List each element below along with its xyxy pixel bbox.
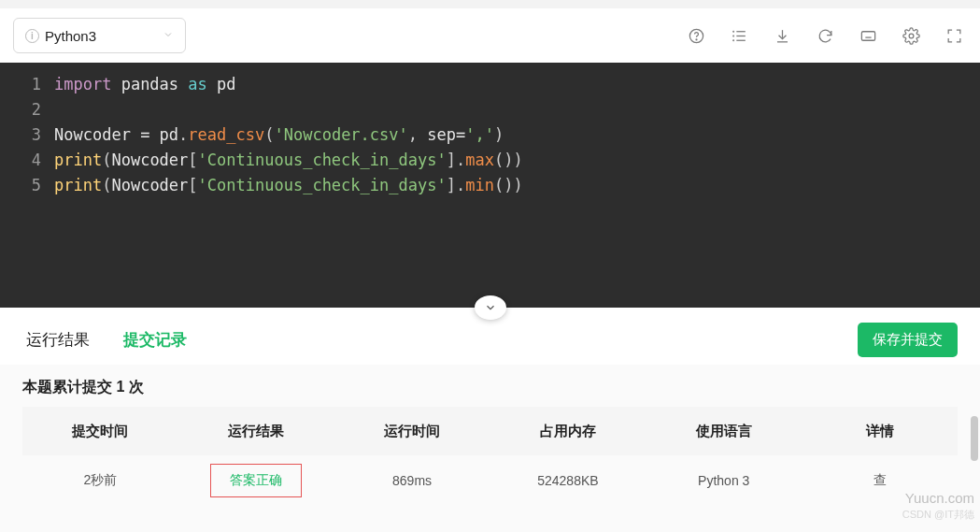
code-line: 3Nowcoder = pd.read_csv('Nowcoder.csv', …	[0, 122, 980, 148]
gutter-number: 2	[0, 97, 54, 122]
cell-detail[interactable]: 查	[802, 472, 958, 489]
code-line: 4print(Nowcoder['Continuous_check_in_day…	[0, 148, 980, 173]
cell-runtime: 869ms	[334, 473, 490, 488]
cell-language: Python 3	[646, 473, 802, 488]
gutter-number: 1	[0, 72, 54, 97]
svg-rect-9	[861, 31, 874, 40]
language-select[interactable]: i Python3	[13, 18, 186, 53]
th-memory: 占用内存	[490, 423, 646, 440]
th-result: 运行结果	[178, 423, 334, 440]
chevron-down-icon	[163, 27, 174, 44]
svg-point-5	[732, 31, 733, 32]
cell-memory: 524288KB	[490, 473, 646, 488]
th-runtime: 运行时间	[334, 423, 490, 440]
svg-point-14	[909, 34, 914, 38]
submit-summary: 本题累计提交 1 次	[0, 365, 980, 407]
editor-toolbar: i Python3	[0, 8, 980, 63]
code-content: import pandas as pd	[54, 72, 236, 97]
code-content: print(Nowcoder['Continuous_check_in_days…	[54, 173, 523, 198]
gutter-number: 4	[0, 148, 54, 173]
code-content: print(Nowcoder['Continuous_check_in_days…	[54, 148, 523, 173]
watermark-line2: CSDN @IT邦德	[902, 508, 974, 521]
refresh-icon[interactable]	[816, 26, 834, 45]
keyboard-icon[interactable]	[859, 26, 877, 45]
table-row: 2秒前 答案正确 869ms 524288KB Python 3 查	[22, 455, 958, 506]
language-label: Python3	[45, 28, 157, 44]
table-header: 提交时间 运行结果 运行时间 占用内存 使用语言 详情	[22, 407, 958, 455]
th-language: 使用语言	[646, 423, 802, 440]
svg-point-6	[732, 36, 733, 36]
tab-submit-log[interactable]: 提交记录	[120, 324, 191, 356]
code-editor[interactable]: 1import pandas as pd23Nowcoder = pd.read…	[0, 63, 980, 308]
th-detail: 详情	[802, 423, 958, 440]
cell-time: 2秒前	[22, 472, 178, 489]
download-icon[interactable]	[773, 26, 791, 45]
code-line: 5print(Nowcoder['Continuous_check_in_day…	[0, 173, 980, 198]
expand-handle[interactable]	[475, 295, 506, 320]
code-content: Nowcoder = pd.read_csv('Nowcoder.csv', s…	[54, 122, 504, 148]
code-line: 1import pandas as pd	[0, 72, 980, 97]
svg-point-1	[696, 38, 697, 39]
status-badge: 答案正确	[210, 464, 302, 497]
cell-result: 答案正确	[178, 464, 334, 497]
submit-table: 提交时间 运行结果 运行时间 占用内存 使用语言 详情 2秒前 答案正确 869…	[0, 407, 980, 506]
svg-point-7	[732, 39, 733, 40]
help-icon[interactable]	[687, 26, 705, 45]
toolbar-icon-group	[687, 26, 963, 45]
th-time: 提交时间	[22, 423, 178, 440]
code-line: 2	[0, 97, 980, 122]
vertical-scrollbar[interactable]	[971, 416, 978, 461]
gutter-number: 5	[0, 173, 54, 198]
list-icon[interactable]	[730, 26, 748, 45]
gutter-number: 3	[0, 122, 54, 148]
topbar-background	[0, 0, 980, 8]
fullscreen-icon[interactable]	[944, 26, 963, 45]
tab-run-result[interactable]: 运行结果	[22, 324, 93, 356]
gear-icon[interactable]	[902, 26, 920, 45]
save-submit-button[interactable]: 保存并提交	[858, 323, 958, 357]
tab-group: 运行结果 提交记录	[22, 324, 191, 356]
info-icon: i	[25, 29, 39, 43]
